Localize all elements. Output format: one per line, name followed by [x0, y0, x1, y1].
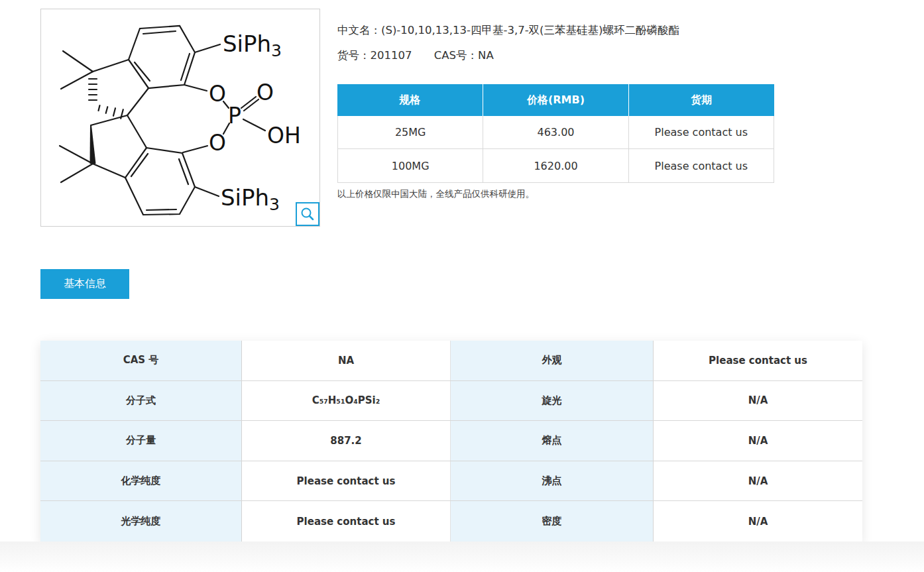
info-label: 光学纯度 [40, 501, 242, 542]
item-no-label: 货号： [337, 49, 371, 62]
info-label: 密度 [451, 501, 654, 542]
price-row: 100MG 1620.00 Please contact us [338, 149, 774, 182]
info-row: CAS 号 NA 外观 Please contact us [40, 341, 862, 381]
info-value: N/A [654, 461, 862, 501]
price-cell-price: 463.00 [483, 116, 628, 148]
info-label: 分子式 [40, 381, 242, 421]
price-header-spec: 规格 [337, 84, 483, 116]
item-no-value: 201107 [371, 49, 412, 62]
info-value: N/A [654, 381, 862, 421]
siph3-label-bottom: SiPh3 [221, 184, 280, 214]
oxygen-bottom-label: O [209, 130, 226, 156]
wedge-bond [90, 125, 96, 164]
phosphorus-label: P [228, 103, 241, 129]
info-label: 熔点 [451, 421, 654, 461]
magnifier-icon [300, 207, 315, 221]
oxygen-top-label: O [209, 81, 226, 107]
tab-basic-info[interactable]: 基本信息 [40, 269, 129, 299]
info-label: 分子量 [40, 421, 242, 461]
price-cell-leadtime: Please contact us [629, 149, 774, 182]
price-table-body: 25MG 463.00 Please contact us 100MG 1620… [337, 116, 774, 183]
oxygen-double-label: O [257, 80, 274, 105]
price-row: 25MG 463.00 Please contact us [338, 116, 774, 149]
molecule-structure-card: SiPh3 SiPh3 O O P OH O [40, 9, 320, 227]
info-row: 分子量 887.2 熔点 N/A [40, 421, 862, 461]
price-disclaimer: 以上价格仅限中国大陆，全线产品仅供科研使用。 [337, 188, 534, 200]
zoom-structure-button[interactable] [296, 202, 319, 226]
info-value: Please contact us [242, 461, 451, 501]
info-label: 旋光 [451, 381, 654, 421]
price-table: 规格 价格(RMB) 货期 25MG 463.00 Please contact… [337, 84, 774, 183]
basic-info-table: CAS 号 NA 外观 Please contact us 分子式 C₅₇H₅₁… [40, 341, 862, 542]
info-label: 外观 [451, 341, 654, 380]
cas-no-label: CAS号： [434, 49, 478, 62]
page-footer-band [0, 542, 924, 572]
hydroxyl-label: OH [267, 123, 301, 148]
info-value: Please contact us [654, 341, 862, 380]
info-value: N/A [654, 421, 862, 461]
price-cell-spec: 100MG [338, 149, 483, 182]
info-value: 887.2 [242, 421, 451, 461]
info-label: CAS 号 [40, 341, 242, 380]
info-value: NA [242, 341, 451, 380]
siph3-label-top: SiPh3 [223, 30, 282, 60]
info-row: 化学纯度 Please contact us 沸点 N/A [40, 461, 862, 502]
info-value: C₅₇H₅₁O₄PSi₂ [242, 381, 451, 421]
price-table-header: 规格 价格(RMB) 货期 [337, 84, 774, 116]
info-value: N/A [654, 501, 862, 542]
info-row: 分子式 C₅₇H₅₁O₄PSi₂ 旋光 N/A [40, 381, 862, 422]
info-label: 沸点 [451, 461, 654, 501]
product-meta-line: 货号：201107 CAS号：NA [337, 48, 494, 63]
molecule-structure-drawing: SiPh3 SiPh3 O O P OH O [41, 9, 319, 226]
price-cell-leadtime: Please contact us [629, 116, 774, 148]
price-cell-price: 1620.00 [483, 149, 628, 182]
info-row: 光学纯度 Please contact us 密度 N/A [40, 501, 862, 542]
info-label: 化学纯度 [40, 461, 242, 501]
product-name-cn: 中文名：(S)-10,10,13,13-四甲基-3,7-双(三苯基硅基)螺环二酚… [337, 23, 679, 38]
cas-no-value: NA [478, 49, 494, 62]
price-cell-spec: 25MG [338, 116, 483, 148]
price-header-price: 价格(RMB) [483, 84, 629, 116]
price-header-leadtime: 货期 [629, 84, 774, 116]
info-value: Please contact us [242, 501, 451, 542]
